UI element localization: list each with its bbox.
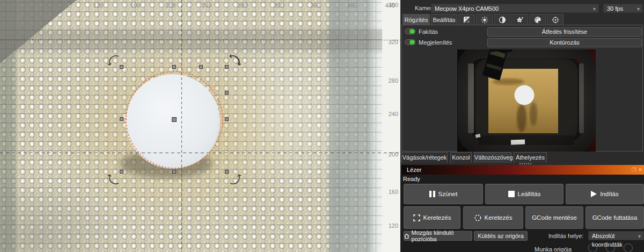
selection-handle[interactable] (225, 117, 229, 121)
tab-console[interactable]: Konzol (450, 152, 472, 163)
undock-icon[interactable]: ❐ (631, 167, 636, 172)
play-icon (591, 191, 597, 197)
selection-handle[interactable] (225, 170, 229, 174)
ruler-top-tick: 360 (311, 2, 320, 9)
lightburn-window: 120 160 200 240 280 320 360 400 440 360 … (0, 0, 644, 252)
tab-exposure[interactable] (458, 14, 475, 25)
frame-circle-label: Keretezés (485, 214, 513, 221)
home-icon (404, 233, 409, 239)
ruler-right-tick: 120 (389, 222, 398, 229)
selection-handle[interactable] (120, 170, 123, 174)
close-icon[interactable]: ✕ (638, 167, 643, 172)
ruler-top-tick: 200 (166, 2, 175, 9)
chevron-down-icon: ▾ (637, 5, 640, 13)
fade-toggle-label: Fakítás (419, 28, 438, 35)
selection-center-handle[interactable] (172, 117, 177, 122)
exposure-icon (463, 16, 471, 24)
chevron-down-icon: ▾ (638, 232, 641, 241)
ruler-right-tick: 320 (389, 39, 398, 45)
ruler-top-tick: 240 (202, 2, 211, 9)
move-home-button[interactable]: Mozgás kiinduló pozícióba (404, 231, 472, 241)
ruler-right-tick: 360 (389, 2, 398, 8)
ruler-top-tick: 160 (130, 2, 140, 9)
job-origin-radio[interactable] (606, 243, 615, 252)
tab-focus[interactable] (547, 14, 564, 25)
tab-white-balance[interactable] (511, 14, 528, 25)
send-origin-button[interactable]: Küldés az origóra (474, 231, 528, 241)
pause-icon (429, 191, 435, 197)
stop-button[interactable]: Leállítás (485, 184, 564, 204)
start-from-label: Indítás helye: (548, 233, 583, 239)
display-toggle[interactable] (405, 39, 415, 45)
white-balance-icon (516, 16, 524, 24)
gcode-run-button[interactable]: GCode futtatása (586, 206, 644, 229)
job-origin-radio[interactable] (624, 243, 633, 252)
ruler-right-tick: 280 (389, 77, 398, 84)
frame-rect-button[interactable]: Keretezés (404, 206, 460, 229)
selection-handle[interactable] (172, 65, 176, 69)
fps-select[interactable]: 30 fps ▾ (603, 4, 643, 13)
tab-contrast[interactable] (494, 14, 510, 25)
selection-handle[interactable] (199, 65, 203, 69)
gcode-run-label: GCode futtatása (592, 214, 638, 221)
move-home-label: Mozgás kiinduló pozícióba (412, 229, 472, 242)
chevron-down-icon: ▾ (593, 5, 596, 13)
stop-button-label: Leállítás (518, 191, 541, 197)
focus-icon (552, 16, 559, 24)
palette-icon (534, 16, 541, 24)
selection-handle[interactable] (172, 170, 176, 174)
selection-handle[interactable] (120, 117, 123, 121)
display-toggle-label: Megjelenítés (419, 39, 452, 46)
laser-panel-header: Lézer ❐ ✕ (401, 165, 644, 175)
tab-color-palette[interactable] (529, 14, 546, 25)
ruler-right-tick: 200 (389, 151, 398, 157)
ruler-top-tick: 400 (347, 2, 357, 9)
frame-circle-icon (474, 214, 481, 221)
update-overlay-button[interactable]: Átfedés frissítése (487, 27, 642, 37)
rotate-handle-icon[interactable] (230, 175, 241, 184)
ruler-right-tick: 160 (389, 189, 398, 195)
ruler-top-tick: 280 (238, 2, 247, 9)
start-from-select[interactable]: Abszolút koordináták ▾ (588, 231, 644, 240)
toggle-knob (410, 30, 414, 33)
camera-overlay-workspace[interactable]: 120 160 200 240 280 320 360 400 440 360 … (0, 0, 400, 252)
frame-rect-icon (413, 214, 420, 221)
laser-panel-title: Lézer (407, 167, 422, 173)
pause-button-label: Szünet (438, 191, 458, 197)
rotate-handle-icon[interactable] (108, 175, 119, 184)
contour-button[interactable]: Kontúrozás (487, 38, 642, 47)
selection-handle[interactable] (225, 91, 229, 95)
frame-rect-label: Keretezés (423, 214, 451, 221)
selection-overlay (0, 0, 400, 252)
stop-icon (508, 191, 515, 197)
selection-handle[interactable] (120, 65, 123, 69)
camera-select[interactable]: Mecpow X4pro CAM500 ▾ (431, 4, 599, 13)
tab-cuts-layers[interactable]: Vágások/rétegek (401, 152, 448, 163)
job-origin-radio[interactable] (588, 243, 597, 252)
tab-record[interactable]: Rögzítés (402, 14, 430, 25)
ruler-right-tick: 240 (389, 111, 398, 117)
selection-handle[interactable] (225, 65, 229, 69)
frame-circle-button[interactable]: Keretezés (463, 206, 523, 229)
tab-settings[interactable]: Beállítás (431, 14, 457, 25)
camera-select-value: Mecpow X4pro CAM500 (435, 5, 499, 12)
start-button-label: Indítás (600, 191, 619, 197)
rotate-handle-icon[interactable] (108, 56, 119, 65)
ruler-top-tick: 120 (93, 2, 103, 9)
camera-control-panel: Kamera: Mecpow X4pro CAM500 ▾ 30 fps ▾ R… (400, 0, 644, 252)
tab-move[interactable]: Áthelyezés (514, 152, 547, 163)
start-button[interactable]: Indítás (566, 184, 644, 204)
fps-select-value: 30 fps (607, 5, 623, 12)
fade-toggle[interactable] (405, 28, 415, 34)
ruler-top-tick: 320 (274, 2, 284, 9)
gcode-save-button[interactable]: GCode mentése (525, 206, 583, 229)
tab-variable-text[interactable]: Változószöveg (474, 152, 511, 163)
tab-brightness[interactable] (476, 14, 493, 25)
brightness-icon (481, 16, 488, 24)
toggle-knob (410, 40, 414, 44)
pause-button[interactable]: Szünet (404, 184, 483, 204)
camera-preview-image (457, 49, 596, 152)
laser-status: Ready (403, 176, 420, 182)
panel-drag-handle[interactable] (519, 163, 531, 164)
contrast-icon (499, 16, 506, 24)
